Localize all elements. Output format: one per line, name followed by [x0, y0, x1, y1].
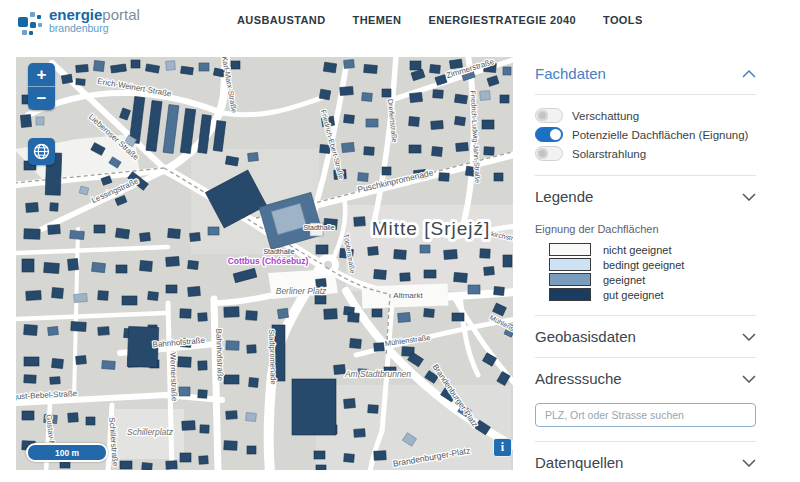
- map-label: Wernerstraße: [168, 352, 179, 402]
- chevron-down-icon[interactable]: [742, 375, 756, 383]
- legend-label: gut geeignet: [603, 289, 664, 301]
- legend-item: bedingt geeignet: [535, 258, 756, 271]
- nav-ausbaustand[interactable]: AUSBAUSTAND: [237, 14, 326, 26]
- map-label: Stadthalle: [263, 248, 294, 255]
- switch-knob: [537, 110, 548, 121]
- zoom-out-button[interactable]: −: [28, 86, 55, 110]
- map-label: Stadthalle: [303, 224, 334, 231]
- logo[interactable]: energieportal brandenburg: [16, 7, 140, 38]
- map-label: Cottbus (Chóśebuz): [228, 256, 309, 266]
- map-label: Berliner Platz: [276, 286, 327, 296]
- map-label: Bahnhofstraße: [214, 329, 225, 382]
- legend-label: nicht geeignet: [603, 244, 672, 256]
- verschattung-label: Verschattung: [572, 110, 639, 122]
- layer-toggles: Verschattung Potenzielle Dachflächen (Ei…: [535, 95, 756, 175]
- energieportal-page: energieportal brandenburg AUSBAUSTAND TH…: [0, 0, 800, 482]
- address-search-wrap: [535, 399, 756, 441]
- map-scale-bar: 100 m: [26, 443, 108, 462]
- verschattung-switch[interactable]: [535, 108, 563, 123]
- brand-light: portal: [102, 6, 140, 23]
- legend-item: nicht geeignet: [535, 243, 756, 256]
- chevron-up-icon[interactable]: [742, 70, 756, 78]
- section-fachdaten[interactable]: Fachdaten: [535, 57, 756, 94]
- map-label: Mitte [Srjejź]: [372, 218, 491, 239]
- legend-item: geeignet: [535, 273, 756, 286]
- solarstrahlung-switch[interactable]: [535, 146, 563, 161]
- section-fachdaten-title: Fachdaten: [535, 65, 606, 82]
- chevron-down-icon[interactable]: [742, 193, 756, 201]
- dachflaechen-switch[interactable]: [535, 127, 563, 142]
- main-nav: AUSBAUSTAND THEMEN ENERGIESTRATEGIE 2040…: [237, 14, 643, 26]
- chevron-down-icon[interactable]: [742, 333, 756, 341]
- toggle-row-verschattung[interactable]: Verschattung: [535, 108, 756, 123]
- legend-item: gut geeignet: [535, 288, 756, 301]
- map-zoom-control: + −: [28, 63, 55, 110]
- section-geobasisdaten-title: Geobasisdaten: [535, 328, 636, 345]
- switch-knob: [550, 129, 561, 140]
- brand-sub: brandenburg: [49, 23, 140, 34]
- legend-label: geeignet: [603, 274, 645, 286]
- section-adresssuche[interactable]: Adresssuche: [535, 358, 756, 399]
- section-legende-title: Legende: [535, 188, 593, 205]
- legend-subtitle: Eignung der Dachflächen: [535, 223, 756, 235]
- solarstrahlung-label: Solarstrahlung: [572, 148, 646, 160]
- map-container[interactable]: Erich-Weinert-StraßeKarl-Marx-StraßeZimm…: [16, 57, 513, 470]
- globe-button[interactable]: [28, 138, 55, 165]
- section-legende[interactable]: Legende: [535, 176, 756, 217]
- legend-swatch-geeignet: [549, 273, 591, 286]
- switch-knob: [537, 148, 548, 159]
- section-adresssuche-title: Adresssuche: [535, 370, 622, 387]
- toggle-row-dachflaechen[interactable]: Potenzielle Dachflächen (Eignung): [535, 127, 756, 142]
- info-button[interactable]: i: [493, 438, 512, 457]
- legend-swatch-gut-geeignet: [549, 288, 591, 301]
- search-input[interactable]: [535, 403, 756, 427]
- brand-bold: energie: [49, 6, 102, 23]
- section-datenquellen-title: Datenquellen: [535, 454, 623, 471]
- zoom-in-button[interactable]: +: [28, 63, 55, 86]
- nav-themen[interactable]: THEMEN: [353, 14, 402, 26]
- legend-swatch-bedingt-geeignet: [549, 258, 591, 271]
- legend-body: Eignung der Dachflächen nicht geeignet b…: [535, 217, 756, 315]
- legend-label: bedingt geeignet: [603, 259, 684, 271]
- nav-tools[interactable]: TOOLS: [603, 14, 643, 26]
- dachflaechen-label: Potenzielle Dachflächen (Eignung): [572, 129, 748, 141]
- section-geobasisdaten[interactable]: Geobasisdaten: [535, 316, 756, 357]
- chevron-down-icon[interactable]: [742, 459, 756, 467]
- map-canvas[interactable]: Erich-Weinert-StraßeKarl-Marx-StraßeZimm…: [16, 57, 513, 470]
- header: energieportal brandenburg AUSBAUSTAND TH…: [0, 0, 800, 57]
- legend-swatch-nicht-geeignet: [549, 243, 591, 256]
- map-label: Am Stadtbrunnen: [344, 369, 411, 379]
- logo-dots-icon: [16, 10, 42, 38]
- nav-energiestrategie[interactable]: ENERGIESTRATEGIE 2040: [428, 14, 576, 26]
- map-label: Altmarkt: [393, 291, 423, 300]
- toggle-row-solarstrahlung[interactable]: Solarstrahlung: [535, 146, 756, 161]
- map-label: Schillerplatz: [127, 427, 174, 437]
- sidebar: Fachdaten Verschattung Potenzielle Dachf…: [535, 57, 756, 482]
- globe-icon: [32, 142, 51, 161]
- section-datenquellen[interactable]: Datenquellen: [535, 442, 756, 482]
- logo-text: energieportal brandenburg: [49, 7, 140, 34]
